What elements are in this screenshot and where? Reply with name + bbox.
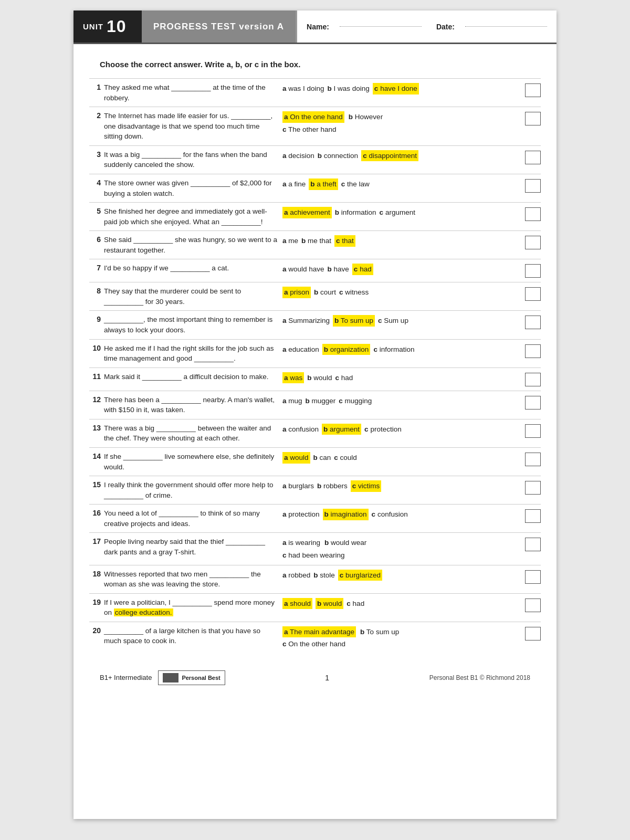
question-answers-6: a meb me thatc that xyxy=(282,235,521,247)
answer-box-9[interactable] xyxy=(525,316,541,329)
answer-option-5-a: a achievement xyxy=(282,207,332,218)
opt-letter: b xyxy=(328,85,332,92)
answer-option-17-b: b would wear xyxy=(324,537,366,549)
answer-option-18-c: c burglarized xyxy=(338,570,382,581)
answer-box-8[interactable] xyxy=(525,287,541,301)
answer-option-5-c: c argument xyxy=(380,207,415,218)
question-row-6: 6She said __________ she was hungry, so … xyxy=(89,230,541,259)
question-answers-18: a robbedb stolec burglarized xyxy=(282,569,521,581)
question-number-13: 13 xyxy=(89,423,104,432)
question-answers-9: a Summarizingb To sum upc Sum up xyxy=(282,314,521,327)
opt-letter: a xyxy=(282,152,287,160)
question-number-20: 20 xyxy=(89,626,104,635)
question-number-7: 7 xyxy=(89,263,104,272)
progress-test-label: PROGRESS TEST version A xyxy=(142,10,296,43)
opt-letter: a xyxy=(282,265,287,273)
question-answers-12: a mugb muggerc mugging xyxy=(282,395,521,407)
answer-box-5[interactable] xyxy=(525,207,541,221)
question-text-6: She said __________ she was hungry, so w… xyxy=(104,235,282,255)
answer-box-3[interactable] xyxy=(525,151,541,164)
date-label: Date: xyxy=(436,23,455,31)
answer-box-10[interactable] xyxy=(525,344,541,358)
answer-option-19-c: c had xyxy=(346,598,364,610)
answer-option-20-b: b To sum up xyxy=(360,626,399,638)
opt-letter: a xyxy=(282,482,287,490)
logo-icon xyxy=(163,673,178,682)
answer-option-10-b: b organization xyxy=(322,344,371,355)
answer-box-20[interactable] xyxy=(525,627,541,640)
opt-letter: a xyxy=(282,571,287,579)
footer-left: B1+ Intermediate Personal Best xyxy=(100,670,225,685)
answer-option-5-b: b information xyxy=(335,207,376,218)
answer-box-14[interactable] xyxy=(525,453,541,466)
answer-option-4-a: a a fine xyxy=(282,178,306,190)
answer-option-20-c: c On the other hand xyxy=(282,638,345,650)
opt-letter: c xyxy=(380,208,384,216)
answer-box-13[interactable] xyxy=(525,424,541,438)
question-text-16: You need a lot of __________ to think of… xyxy=(104,508,282,529)
answer-box-16[interactable] xyxy=(525,509,541,523)
answer-option-7-c: c had xyxy=(352,264,373,275)
opt-letter: b xyxy=(301,237,306,245)
answer-box-1[interactable] xyxy=(525,83,541,97)
answer-box-18[interactable] xyxy=(525,570,541,584)
question-row-11: 11Mark said it __________ a difficult de… xyxy=(89,368,541,391)
question-row-16: 16You need a lot of __________ to think … xyxy=(89,504,541,532)
answer-box-15[interactable] xyxy=(525,481,541,495)
question-text-11: Mark said it __________ a difficult deci… xyxy=(104,372,282,382)
answer-option-11-c: c had xyxy=(335,372,353,384)
answer-box-11[interactable] xyxy=(525,373,541,386)
name-label: Name: xyxy=(307,23,329,31)
question-row-17: 17People living nearby said that the thi… xyxy=(89,532,541,564)
answer-box-2[interactable] xyxy=(525,112,541,125)
question-answers-11: a wasb wouldc had xyxy=(282,372,521,384)
answer-option-15-c: c victims xyxy=(351,480,382,492)
question-number-8: 8 xyxy=(89,286,104,295)
answer-box-4[interactable] xyxy=(525,179,541,193)
question-number-15: 15 xyxy=(89,480,104,489)
question-number-12: 12 xyxy=(89,395,104,404)
answer-box-7[interactable] xyxy=(525,264,541,278)
question-answers-7: a would haveb havec had xyxy=(282,263,521,275)
question-answers-16: a protectionb imaginationc confusion xyxy=(282,508,521,520)
footer: B1+ Intermediate Personal Best 1 Persona… xyxy=(74,654,556,685)
answer-option-3-a: a decision xyxy=(282,150,314,162)
question-text-5: She finished her degree and immediately … xyxy=(104,206,282,227)
answer-box-6[interactable] xyxy=(525,236,541,249)
opt-letter: a xyxy=(282,180,287,188)
answer-box-19[interactable] xyxy=(525,598,541,612)
answer-option-18-b: b stole xyxy=(313,570,335,581)
question-answers-2: a On the one handb Howeverc The other ha… xyxy=(282,111,521,135)
answer-option-7-b: b have xyxy=(328,264,349,275)
opt-letter: c xyxy=(364,425,369,433)
question-text-1: They asked me what __________ at the tim… xyxy=(104,82,282,103)
answer-box-12[interactable] xyxy=(525,396,541,410)
unit-number: 10 xyxy=(107,17,127,36)
answer-option-10-c: c information xyxy=(373,344,414,355)
opt-letter: b xyxy=(334,317,339,324)
opt-letter: c xyxy=(373,345,377,353)
question-number-4: 4 xyxy=(89,178,104,187)
opt-letter: c xyxy=(374,85,379,92)
question-row-3: 3It was a big __________ for the fans wh… xyxy=(89,145,541,174)
answer-option-6-b: b me that xyxy=(301,235,331,247)
opt-letter: c xyxy=(346,600,351,607)
answer-option-3-b: b connection xyxy=(318,150,358,162)
question-text-7: I'd be so happy if we __________ a cat. xyxy=(104,263,282,274)
opt-letter: a xyxy=(282,397,287,405)
opt-letter: a xyxy=(282,425,287,433)
opt-letter: b xyxy=(328,265,332,273)
opt-letter: b xyxy=(306,397,310,405)
answer-box-17[interactable] xyxy=(525,538,541,551)
question-text-10: He asked me if I had the right skills fo… xyxy=(104,343,282,364)
answer-option-2-a: a On the one hand xyxy=(282,111,344,123)
opt-letter: c xyxy=(336,237,340,245)
question-row-8: 8They say that the murderer could be sen… xyxy=(89,282,541,310)
name-line xyxy=(340,26,422,27)
answer-option-13-c: c protection xyxy=(364,424,402,435)
answer-option-13-a: a confusion xyxy=(282,424,319,435)
question-answers-4: a a fineb a theftc the law xyxy=(282,178,521,190)
opt-letter: a xyxy=(284,600,288,607)
opt-letter: c xyxy=(341,180,345,188)
answer-option-3-c: c disappointment xyxy=(361,150,418,162)
